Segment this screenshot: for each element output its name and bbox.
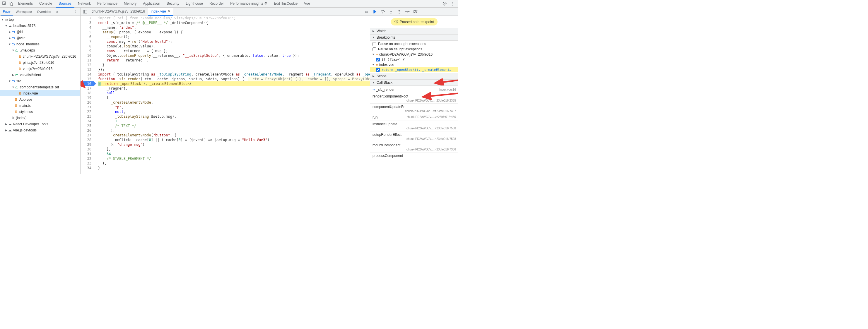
tree-folder-src[interactable]: ▼🗀src bbox=[0, 78, 80, 84]
tree-ext-react[interactable]: ▶☁React Developer Tools bbox=[0, 121, 80, 127]
tab-vue[interactable]: Vue bbox=[301, 0, 313, 8]
tree-file-index-html[interactable]: 🗎(index) bbox=[0, 115, 80, 121]
section-watch[interactable]: ▶Watch bbox=[370, 28, 458, 34]
tree-top[interactable]: ▼▭ top bbox=[0, 17, 80, 23]
js-file-icon: 🗎 bbox=[18, 55, 22, 59]
tab-elements[interactable]: Elements bbox=[15, 0, 36, 8]
pause-caught-checkbox[interactable] bbox=[372, 47, 376, 51]
show-navigator-icon[interactable] bbox=[82, 10, 89, 14]
bp-checkbox[interactable] bbox=[376, 68, 380, 72]
section-breakpoints[interactable]: ▼Breakpoints bbox=[370, 34, 458, 41]
tree-file-main-ts[interactable]: 🗎main.ts bbox=[0, 102, 80, 108]
bp-file-chunk[interactable]: ▼⇔chunk-PD2AWGJV.js?v=23bfe016 bbox=[370, 52, 458, 57]
tree-file-app-vue[interactable]: 🗎App.vue bbox=[0, 96, 80, 102]
pause-caught-row[interactable]: Pause on caught exceptions bbox=[370, 46, 458, 52]
navigator-more-icon[interactable]: » bbox=[54, 8, 60, 15]
tree-folder-at-id[interactable]: ▶🗀@id bbox=[0, 29, 80, 35]
reading-mode-icon[interactable]: ▭ bbox=[363, 10, 370, 14]
kebab-menu-icon[interactable]: ⋮ bbox=[450, 1, 456, 7]
tree-file-chunk[interactable]: 🗎chunk-PD2AWGJV.js?v=23bfe016 bbox=[0, 53, 80, 59]
file-tab-index-vue[interactable]: index.vue✕ bbox=[148, 8, 173, 16]
tab-sources[interactable]: Sources bbox=[56, 0, 74, 8]
call-stack-frame[interactable]: ➔_sfc_renderindex.vue:16 bbox=[370, 86, 458, 93]
tab-network[interactable]: Network bbox=[75, 0, 94, 8]
navigator-kebab-icon[interactable]: ⋮ bbox=[72, 8, 80, 15]
call-stack-frame[interactable]: renderComponentRootchunk-PD2AWGJV.…=23bf… bbox=[370, 93, 458, 104]
call-stack-frame[interactable]: instance.updatechunk-PD2AWGJV.…=23bfe016… bbox=[370, 121, 458, 131]
cloud-icon: ☁ bbox=[8, 24, 12, 28]
tree-file-vuejs[interactable]: 🗎vue.js?v=23bfe016 bbox=[0, 66, 80, 72]
tab-memory[interactable]: Memory bbox=[121, 0, 140, 8]
annotation-arrow-icon bbox=[433, 78, 458, 86]
editor-code[interactable]: import { ref } from '/node_modules/.vite… bbox=[94, 16, 370, 174]
tree-folder-vite-deps[interactable]: ▼🗀.vite/deps bbox=[0, 47, 80, 53]
inspect-element-icon[interactable] bbox=[1, 1, 8, 7]
call-stack-frame[interactable]: setupRenderEffectchunk-PD2AWGJV.…=23bfe0… bbox=[370, 131, 458, 142]
svg-rect-6 bbox=[373, 10, 373, 13]
tree-folder-at-vite[interactable]: ▶🗀@vite bbox=[0, 35, 80, 41]
tab-console[interactable]: Console bbox=[36, 0, 55, 8]
svg-point-8 bbox=[391, 12, 392, 13]
folder-icon: 🗀 bbox=[15, 48, 19, 53]
tab-performance[interactable]: Performance bbox=[94, 0, 120, 8]
bp-file-index-vue[interactable]: ▼⇔index.vue bbox=[370, 62, 458, 67]
step-icon[interactable] bbox=[405, 9, 410, 14]
device-toolbar-icon[interactable] bbox=[8, 1, 14, 7]
file-tab-chunk[interactable]: chunk-PD2AWGJV.js?v=23bfe016 bbox=[89, 8, 148, 16]
tree-file-pinia[interactable]: 🗎pinia.js?v=23bfe016 bbox=[0, 59, 80, 66]
tab-application[interactable]: Application bbox=[140, 0, 163, 8]
call-stack-frame[interactable]: processComponent bbox=[370, 153, 458, 159]
navigator-tab-overrides[interactable]: Overrides bbox=[35, 8, 54, 15]
bp-cond-chunk[interactable]: if (!lazy) { bbox=[370, 57, 458, 62]
step-out-icon[interactable] bbox=[397, 9, 402, 14]
tree-folder-node-modules[interactable]: ▼🗀node_modules bbox=[0, 41, 80, 47]
call-stack-frame[interactable]: componentUpdateFnchunk-PD2AWGJV.…v=23bfe… bbox=[370, 104, 458, 114]
breakpoints-body: Pause on uncaught exceptions Pause on ca… bbox=[370, 41, 458, 73]
current-frame-icon: ➔ bbox=[372, 88, 375, 91]
section-callstack[interactable]: ▼Call Stack bbox=[370, 79, 458, 86]
info-icon: ⓘ bbox=[395, 19, 398, 24]
navigator-tab-page[interactable]: Page bbox=[1, 8, 13, 15]
tree-folder-components-templateref[interactable]: ▼🗀components/templateRef bbox=[0, 84, 80, 90]
tree-file-style-css[interactable]: 🗎style.css bbox=[0, 108, 80, 115]
pause-uncaught-checkbox[interactable] bbox=[372, 42, 376, 46]
tree-file-index-vue[interactable]: 🗎index.vue bbox=[0, 90, 80, 96]
navigator-tab-workspace[interactable]: Workspace bbox=[13, 8, 34, 15]
navigator-tabs: Page Workspace Overrides » ⋮ bbox=[0, 8, 80, 16]
code-editor[interactable]: 2345678910111213141516171819202122232425… bbox=[81, 16, 370, 174]
tree-folder-vite-dist-client[interactable]: ▶🗀vite/dist/client bbox=[0, 72, 80, 78]
folder-icon: 🗀 bbox=[12, 30, 15, 34]
vue-file-icon: 🗎 bbox=[14, 97, 18, 102]
devtools-top-toolbar: Elements Console Sources Network Perform… bbox=[0, 0, 458, 8]
close-icon[interactable]: ✕ bbox=[168, 9, 170, 13]
tab-editthiscookie[interactable]: EditThisCookie bbox=[271, 0, 301, 8]
html-file-icon: 🗎 bbox=[11, 116, 14, 120]
resume-icon[interactable] bbox=[372, 9, 377, 14]
tab-performance-insights[interactable]: Performance insights ⚗ bbox=[227, 0, 270, 8]
bp-checkbox[interactable] bbox=[376, 58, 380, 62]
tree-host[interactable]: ▼☁localhost:5173 bbox=[0, 23, 80, 29]
tree-ext-vue[interactable]: ▶☁Vue.js devtools bbox=[0, 127, 80, 133]
pause-uncaught-row[interactable]: Pause on uncaught exceptions bbox=[370, 41, 458, 46]
tab-lighthouse[interactable]: Lighthouse bbox=[183, 0, 206, 8]
editor-gutter[interactable]: 2345678910111213141516171819202122232425… bbox=[81, 16, 94, 174]
tab-recorder[interactable]: Recorder bbox=[207, 0, 227, 8]
js-file-icon: 🗎 bbox=[18, 61, 22, 65]
link-icon: ⇔ bbox=[376, 63, 378, 66]
editor-pane: chunk-PD2AWGJV.js?v=23bfe016 index.vue✕ … bbox=[81, 8, 370, 174]
step-over-icon[interactable] bbox=[380, 9, 385, 14]
bp-cond-index-vue[interactable]: return _openBlock(), _createElement… bbox=[370, 67, 458, 72]
folder-icon: 🗀 bbox=[15, 85, 19, 89]
cloud-icon: ☁ bbox=[8, 122, 12, 126]
call-stack-frame[interactable]: runchunk-PD2AWGJV.…v=23bfe016:430 bbox=[370, 114, 458, 121]
step-into-icon[interactable] bbox=[388, 9, 394, 14]
deactivate-breakpoints-icon[interactable] bbox=[413, 9, 418, 14]
call-stack-body: ➔_sfc_renderindex.vue:16renderComponentR… bbox=[370, 86, 458, 160]
file-tree[interactable]: ▼▭ top ▼☁localhost:5173 ▶🗀@id ▶🗀@vite ▼🗀… bbox=[0, 16, 80, 174]
gear-icon[interactable] bbox=[441, 1, 448, 7]
file-navigator-pane: Page Workspace Overrides » ⋮ ▼▭ top ▼☁lo… bbox=[0, 8, 81, 174]
cloud-icon: ☁ bbox=[8, 128, 12, 132]
section-scope[interactable]: ▶Scope bbox=[370, 73, 458, 79]
call-stack-frame[interactable]: mountComponentchunk-PD2AWGJV.…=23bfe016:… bbox=[370, 142, 458, 153]
tab-security[interactable]: Security bbox=[164, 0, 182, 8]
